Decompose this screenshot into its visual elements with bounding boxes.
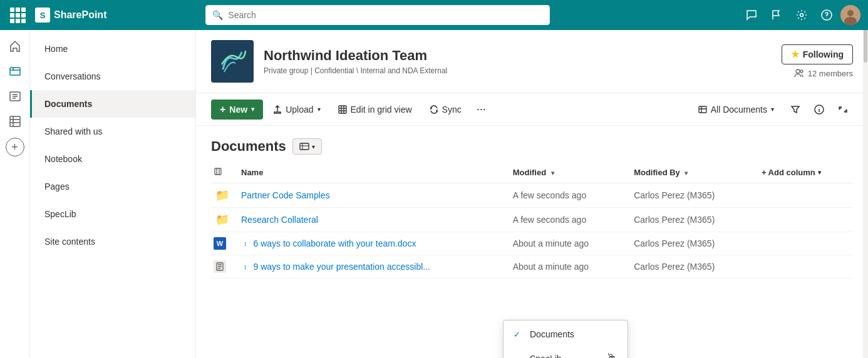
svg-rect-8 <box>217 46 248 77</box>
modified-column-header[interactable]: Modified ▾ <box>505 162 626 183</box>
modified-by-column-header[interactable]: Modified By ▾ <box>626 162 754 183</box>
avatar[interactable] <box>840 5 860 25</box>
site-title: Northwind Ideation Team <box>264 48 782 64</box>
new-label: New <box>229 105 247 115</box>
sync-icon <box>430 105 438 114</box>
view-selector-button[interactable]: ▾ <box>292 138 322 155</box>
file-type-cell: W <box>211 232 234 255</box>
site-logo <box>211 40 254 83</box>
co-author-badge: ↕ <box>244 263 247 270</box>
nav-item-site-contents[interactable]: Site contents <box>30 228 195 255</box>
all-docs-label: All Documents <box>711 105 767 115</box>
waffle-icon <box>10 8 26 23</box>
expand-button[interactable] <box>833 100 853 119</box>
new-button[interactable]: + New ▾ <box>211 100 263 120</box>
members-row: 12 members <box>794 68 853 78</box>
modified-by-cell: Carlos Perez (M365) <box>626 232 754 255</box>
dropdown-item-speclib[interactable]: SpecLib 🖱 <box>504 345 628 358</box>
modified-cell: A few seconds ago <box>505 183 626 208</box>
svg-point-9 <box>796 69 800 73</box>
filter-icon <box>790 105 800 115</box>
file-name[interactable]: 9 ways to make your presentation accessi… <box>254 262 430 272</box>
nav-item-shared[interactable]: Shared with us <box>30 118 195 145</box>
following-button[interactable]: ★ Following <box>782 44 853 64</box>
site-info: Northwind Ideation Team Private group | … <box>264 48 782 75</box>
svg-point-10 <box>800 70 803 73</box>
edit-grid-label: Edit in grid view <box>351 105 412 115</box>
upload-chevron-icon: ▾ <box>318 106 321 113</box>
sync-button[interactable]: Sync <box>422 100 469 119</box>
list-icon <box>698 105 707 114</box>
filter-button[interactable] <box>785 100 805 119</box>
help-button[interactable] <box>815 4 838 26</box>
settings-button[interactable] <box>790 4 813 26</box>
app-layout: + Home Conversations Documents Shared wi… <box>0 30 868 358</box>
file-name[interactable]: Partner Code Samples <box>241 190 330 200</box>
svg-rect-5 <box>10 68 20 75</box>
edit-grid-button[interactable]: Edit in grid view <box>331 100 420 119</box>
home-rail-icon[interactable] <box>4 35 26 58</box>
nav-item-home[interactable]: Home <box>30 35 195 63</box>
modified-cell: A few seconds ago <box>505 208 626 232</box>
word-icon: W <box>214 237 226 250</box>
file-name[interactable]: 6 ways to collaborate with your team.doc… <box>254 238 416 248</box>
modified-by-sort-icon: ▾ <box>685 170 688 176</box>
news-rail-icon[interactable] <box>4 85 26 108</box>
all-documents-button[interactable]: All Documents ▾ <box>691 100 782 119</box>
nav-item-speclib[interactable]: SpecLib <box>30 200 195 228</box>
left-navigation: Home Conversations Documents Shared with… <box>30 30 196 358</box>
grid-icon <box>338 105 347 114</box>
waffle-menu[interactable] <box>8 5 28 25</box>
documents-area: Documents ▾ ✓ Documents SpecLib <box>196 126 868 358</box>
name-column-header: Name <box>234 162 505 183</box>
file-icon <box>214 260 226 273</box>
info-button[interactable] <box>809 100 829 119</box>
file-name[interactable]: Research Collateral <box>241 215 318 225</box>
svg-rect-7 <box>10 116 20 126</box>
svg-rect-11 <box>339 106 346 113</box>
scrollbar[interactable] <box>863 0 868 358</box>
more-button[interactable]: ··· <box>472 100 491 118</box>
add-column-button[interactable]: + Add column ▾ <box>762 168 845 177</box>
nav-item-pages[interactable]: Pages <box>30 173 195 200</box>
nav-item-notebook[interactable]: Notebook <box>30 145 195 173</box>
upload-button[interactable]: Upload ▾ <box>266 100 328 119</box>
search-bar[interactable]: 🔍 <box>205 5 550 25</box>
scroll-thumb[interactable] <box>864 25 867 63</box>
all-docs-chevron-icon: ▾ <box>771 106 774 113</box>
command-bar-right: All Documents ▾ <box>691 100 853 119</box>
sharepoint-logo: S <box>35 8 50 23</box>
search-input[interactable] <box>228 10 543 20</box>
modified-cell: About a minute ago <box>505 232 626 255</box>
file-type-cell: 📁 <box>211 183 234 208</box>
dropdown-item-documents[interactable]: ✓ Documents <box>504 323 628 345</box>
flag-button[interactable] <box>765 4 788 26</box>
table-row: 📁 Research Collateral A few seconds ago … <box>211 208 853 232</box>
svg-rect-14 <box>300 143 309 150</box>
search-icon: 🔍 <box>212 10 223 20</box>
dropdown-speclib-label: SpecLib <box>530 354 562 359</box>
new-plus-icon: + <box>220 104 225 115</box>
nav-item-documents[interactable]: Documents <box>30 90 195 118</box>
svg-rect-12 <box>699 106 706 113</box>
top-nav-actions <box>740 4 860 26</box>
view-dropdown: ✓ Documents SpecLib 🖱 <box>503 320 628 358</box>
modified-cell: About a minute ago <box>505 255 626 279</box>
type-column-icon <box>214 167 222 176</box>
sharepoint-brand[interactable]: S SharePoint <box>35 8 106 23</box>
info-icon <box>814 105 824 115</box>
checkmark-icon: ✓ <box>514 330 524 339</box>
new-chevron-icon: ▾ <box>251 106 254 113</box>
modified-by-cell: Carlos Perez (M365) <box>626 255 754 279</box>
site-header: Northwind Ideation Team Private group | … <box>196 30 868 93</box>
add-column-header[interactable]: + Add column ▾ <box>754 162 853 183</box>
nav-item-conversations[interactable]: Conversations <box>30 63 195 90</box>
top-navigation: S SharePoint 🔍 <box>0 0 868 30</box>
star-icon: ★ <box>791 49 799 60</box>
add-site-button[interactable]: + <box>6 138 24 156</box>
modified-by-cell: Carlos Perez (M365) <box>626 208 754 232</box>
lists-rail-icon[interactable] <box>4 110 26 133</box>
library-icon <box>299 141 309 151</box>
chat-button[interactable] <box>740 4 763 26</box>
sites-rail-icon[interactable] <box>4 60 26 83</box>
